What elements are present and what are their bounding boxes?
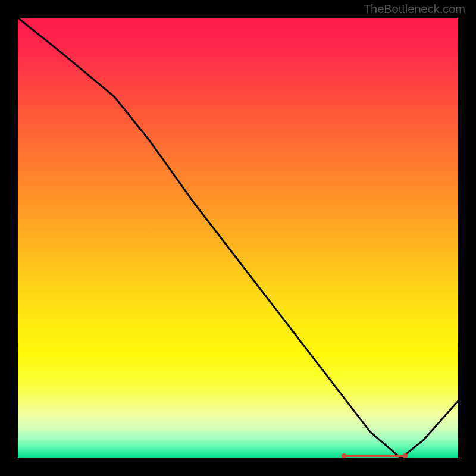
optimal-marker-line — [344, 455, 406, 457]
bottleneck-curve — [18, 18, 458, 458]
watermark-text: TheBottleneck.com — [364, 2, 465, 16]
optimal-marker-dot-right — [403, 453, 408, 458]
chart-svg — [18, 18, 458, 458]
optimal-marker-dot-left — [342, 453, 346, 458]
plot-area — [18, 18, 458, 458]
